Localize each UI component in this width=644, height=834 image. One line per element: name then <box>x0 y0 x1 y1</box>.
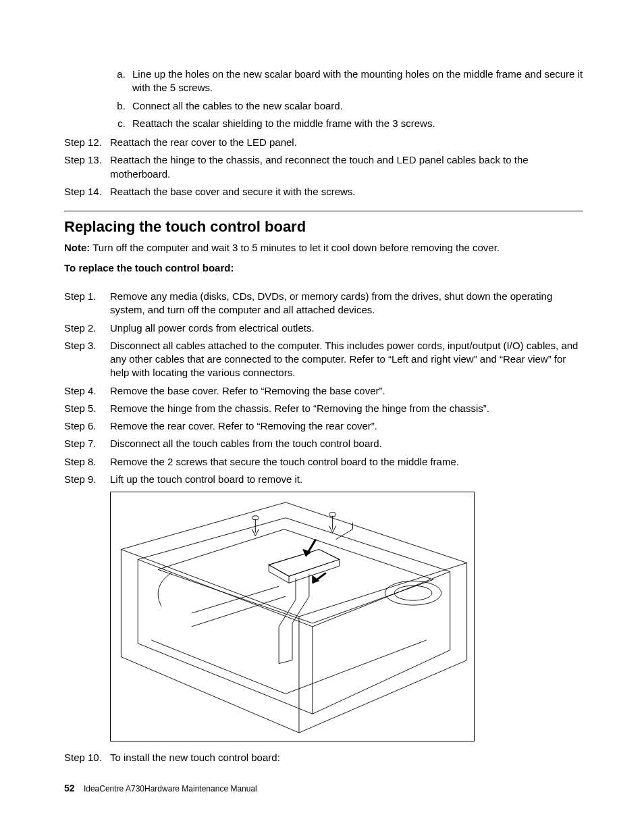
step-row-9: Step 9. Lift up the touch control board … <box>64 473 583 486</box>
sub-item-c: Reattach the scalar shielding to the mid… <box>128 117 583 130</box>
svg-point-0 <box>385 581 441 605</box>
step-label: Step 12. <box>64 136 110 149</box>
note-line: Note: Turn off the computer and wait 3 t… <box>64 241 583 255</box>
exploded-diagram-icon <box>111 492 474 741</box>
note-text: Turn off the computer and wait 3 to 5 mi… <box>90 242 500 253</box>
step-body: Remove any media (disks, CDs, DVDs, or m… <box>110 290 583 317</box>
sub-list-alpha: Line up the holes on the new scalar boar… <box>64 68 583 130</box>
step-body: Remove the base cover. Refer to “Removin… <box>110 384 583 398</box>
step-row-1: Step 1. Remove any media (disks, CDs, DV… <box>64 290 583 317</box>
step-label: Step 3. <box>64 339 110 380</box>
sub-item-b: Connect all the cables to the new scalar… <box>128 99 583 113</box>
step-row-13: Step 13. Reattach the hinge to the chass… <box>64 153 583 181</box>
step-label: Step 13. <box>64 153 110 181</box>
step-body: Remove the 2 screws that secure the touc… <box>110 455 583 469</box>
step-label: Step 4. <box>64 384 110 398</box>
step-label: Step 1. <box>64 290 110 317</box>
step-body: Lift up the touch control board to remov… <box>110 473 583 486</box>
step-body: Reattach the rear cover to the LED panel… <box>110 136 583 149</box>
section-divider <box>64 211 583 211</box>
step-label: Step 7. <box>64 437 110 450</box>
step-body: Remove the rear cover. Refer to “Removin… <box>110 419 583 433</box>
step-row-8: Step 8. Remove the 2 screws that secure … <box>64 455 583 469</box>
subheading: To replace the touch control board: <box>64 261 583 275</box>
svg-point-1 <box>394 585 432 600</box>
step-body: Reattach the base cover and secure it wi… <box>110 185 583 199</box>
step-label: Step 10. <box>64 751 110 764</box>
step-row-6: Step 6. Remove the rear cover. Refer to … <box>64 419 583 433</box>
step-body: Disconnect all the touch cables from the… <box>110 437 583 450</box>
step-row-14: Step 14. Reattach the base cover and sec… <box>64 185 583 199</box>
step-row-7: Step 7. Disconnect all the touch cables … <box>64 437 583 450</box>
page-number: 52 <box>64 783 75 793</box>
step-label: Step 5. <box>64 402 110 415</box>
step-row-3: Step 3. Disconnect all cables attached t… <box>64 339 583 380</box>
step-label: Step 6. <box>64 419 110 433</box>
step-body: Remove the hinge from the chassis. Refer… <box>110 402 583 415</box>
step-row-4: Step 4. Remove the base cover. Refer to … <box>64 384 583 398</box>
figure-touch-control-board <box>110 492 475 741</box>
step-row-5: Step 5. Remove the hinge from the chassi… <box>64 402 583 415</box>
step-label: Step 14. <box>64 185 110 199</box>
step-label: Step 9. <box>64 473 110 486</box>
step-body: Unplug all power cords from electrical o… <box>110 321 583 335</box>
step-body: Reattach the hinge to the chassis, and r… <box>110 153 583 181</box>
page-footer: 52 IdeaCentre A730Hardware Maintenance M… <box>64 782 257 795</box>
sub-item-a: Line up the holes on the new scalar boar… <box>128 68 583 95</box>
step-label: Step 8. <box>64 455 110 469</box>
note-label: Note: <box>64 242 90 253</box>
step-body: To install the new touch control board: <box>110 751 583 764</box>
step-label: Step 2. <box>64 321 110 335</box>
step-row-10: Step 10. To install the new touch contro… <box>64 751 583 764</box>
document-page: Line up the holes on the new scalar boar… <box>0 0 644 834</box>
step-row-12: Step 12. Reattach the rear cover to the … <box>64 136 583 149</box>
step-body: Disconnect all cables attached to the co… <box>110 339 583 380</box>
document-title: IdeaCentre A730Hardware Maintenance Manu… <box>84 784 257 793</box>
section-heading: Replacing the touch control board <box>64 217 583 237</box>
step-row-2: Step 2. Unplug all power cords from elec… <box>64 321 583 335</box>
